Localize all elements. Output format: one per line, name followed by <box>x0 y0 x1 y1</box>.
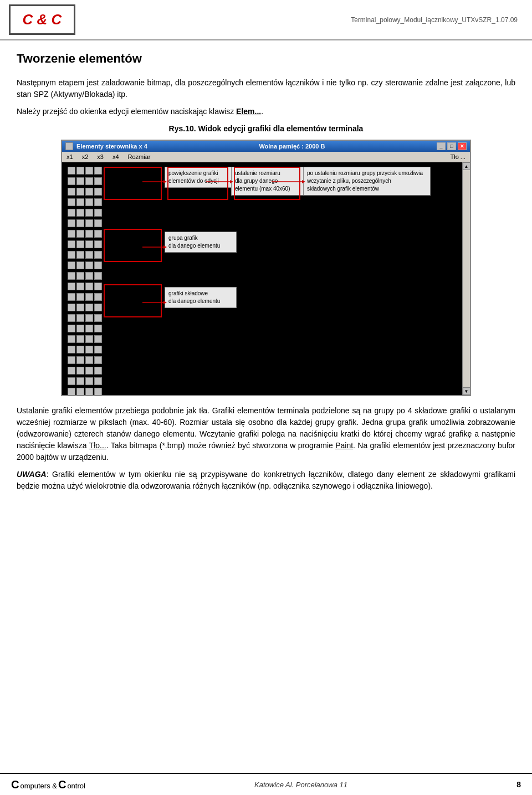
grid-row-16[interactable] <box>68 325 102 332</box>
screenshot-window: Elementy sterownika x 4 Wolna pamięć : 2… <box>61 140 471 396</box>
document-title: Terminal_polowy_Moduł_łącznikowy_UTXvSZR… <box>86 16 523 24</box>
grid-row-9[interactable] <box>68 251 102 259</box>
annotation-label-5: grafiki składowedla danego elementu <box>165 287 237 308</box>
arrow-4 <box>142 244 166 250</box>
grid-row-7[interactable] <box>68 230 102 238</box>
main-content: Tworzenie elementów Następnym etapem jes… <box>0 46 532 503</box>
titlebar-buttons: _ □ ✕ <box>437 142 467 150</box>
annotation-label-4: grupa grafikdla danego elementu <box>165 232 237 253</box>
arrow-2 <box>206 179 232 184</box>
company-logo: C & C <box>9 4 75 35</box>
menu-rozmiar[interactable]: Rozmiar <box>126 153 153 161</box>
grid-row-1[interactable] <box>68 167 102 175</box>
page-number: 8 <box>516 780 521 789</box>
window-titlebar: Elementy sterownika x 4 Wolna pamięć : 2… <box>62 141 470 152</box>
window-canvas: powiększenie grafikielementów do edycji … <box>62 162 470 395</box>
scroll-down-button[interactable]: ▼ <box>463 387 470 395</box>
arrow-5 <box>142 300 166 305</box>
minimize-button[interactable]: _ <box>437 142 446 150</box>
menu-x2[interactable]: x2 <box>80 153 91 161</box>
grid-row-15[interactable] <box>68 314 102 322</box>
grid-row-12[interactable] <box>68 283 102 290</box>
menu-x4[interactable]: x4 <box>110 153 121 161</box>
figure-caption: Rys.10. Widok edycji grafiki dla element… <box>17 124 515 133</box>
footer-address: Katowice Al. Porcelanowa 11 <box>254 781 347 789</box>
scrollbar[interactable]: ▲ ▼ <box>462 162 470 395</box>
paragraph-1: Następnym etapem jest załadowanie bitmap… <box>17 77 515 100</box>
grid-row-4[interactable] <box>68 198 102 206</box>
grid-row-8[interactable] <box>68 240 102 248</box>
page-footer: Computers & Control Katowice Al. Porcela… <box>0 773 532 795</box>
grid-row-10[interactable] <box>68 261 102 269</box>
grid-row-22[interactable] <box>68 388 102 396</box>
arrow-1 <box>142 179 166 184</box>
footer-omputers: omputers & <box>20 782 57 790</box>
scroll-up-button[interactable]: ▲ <box>463 162 470 170</box>
window-icon <box>65 142 73 150</box>
footer-c1: C <box>11 778 19 791</box>
footer-ontrol: ontrol <box>67 782 85 790</box>
section-title: Tworzenie elementów <box>17 52 515 66</box>
titlebar-left: Elementy sterownika x 4 <box>65 142 147 150</box>
footer-c2: C <box>58 778 66 791</box>
window-menubar: x1 x2 x3 x4 Rozmiar Tło ... <box>62 152 470 162</box>
footer-company-name: Computers & Control <box>11 778 85 791</box>
page-header: C & C Terminal_polowy_Moduł_łącznikowy_U… <box>0 0 532 40</box>
annotation-label-3: po ustaleniu rozmiaru grupy przycisk umo… <box>303 167 431 196</box>
grid-row-13[interactable] <box>68 293 102 301</box>
paragraph-4: UWAGA: Grafiki elementów w tym okienku n… <box>17 469 515 492</box>
menu-x1[interactable]: x1 <box>64 153 75 161</box>
grid-row-6[interactable] <box>68 219 102 227</box>
grid-row-14[interactable] <box>68 304 102 311</box>
grid-row-18[interactable] <box>68 346 102 353</box>
maximize-button[interactable]: □ <box>447 142 456 150</box>
grid-row-3[interactable] <box>68 188 102 196</box>
menu-x3[interactable]: x3 <box>95 153 106 161</box>
grid-row-5[interactable] <box>68 209 102 217</box>
grid-row-11[interactable] <box>68 272 102 280</box>
menu-tlo[interactable]: Tło ... <box>448 153 468 161</box>
left-grid-column <box>68 167 102 396</box>
paragraph-3: Ustalanie grafiki elementów przebiega po… <box>17 405 515 463</box>
grid-row-19[interactable] <box>68 356 102 364</box>
grid-row-2[interactable] <box>68 177 102 185</box>
close-button[interactable]: ✕ <box>458 142 467 150</box>
paragraph-2: Należy przejść do okienka edycji element… <box>17 106 515 117</box>
grid-row-17[interactable] <box>68 335 102 343</box>
arrow-3 <box>272 179 304 184</box>
grid-row-21[interactable] <box>68 377 102 385</box>
grid-row-20[interactable] <box>68 367 102 375</box>
titlebar-memory: Wolna pamięć : 2000 B <box>147 143 437 150</box>
